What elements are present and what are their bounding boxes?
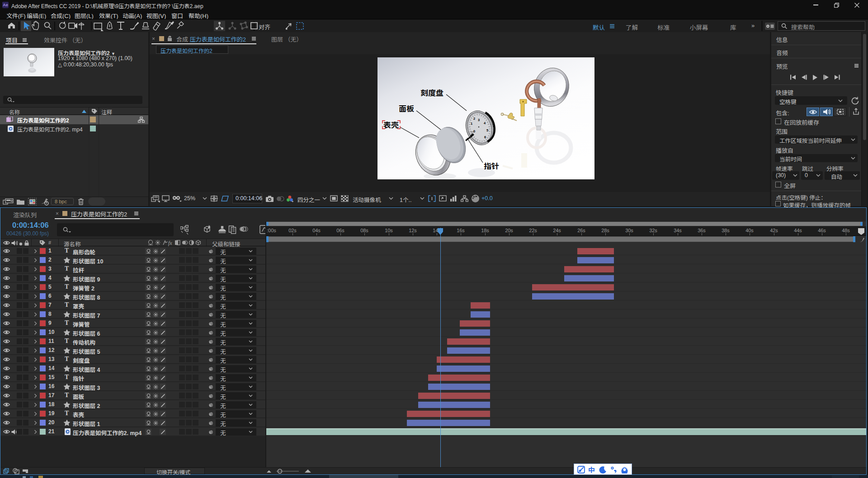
svg-text:5: 5 bbox=[486, 128, 488, 132]
svg-text:fx: fx bbox=[168, 240, 172, 246]
svg-text:面板: 面板 bbox=[399, 105, 414, 113]
svg-text:指针: 指针 bbox=[484, 162, 499, 171]
svg-text:表壳: 表壳 bbox=[383, 121, 399, 130]
svg-text:3: 3 bbox=[478, 118, 480, 122]
svg-text:刻度盘: 刻度盘 bbox=[420, 89, 443, 98]
svg-text:1: 1 bbox=[471, 122, 472, 126]
svg-text:2: 2 bbox=[473, 117, 475, 121]
svg-text:6: 6 bbox=[484, 135, 486, 139]
svg-text:0: 0 bbox=[473, 129, 475, 133]
